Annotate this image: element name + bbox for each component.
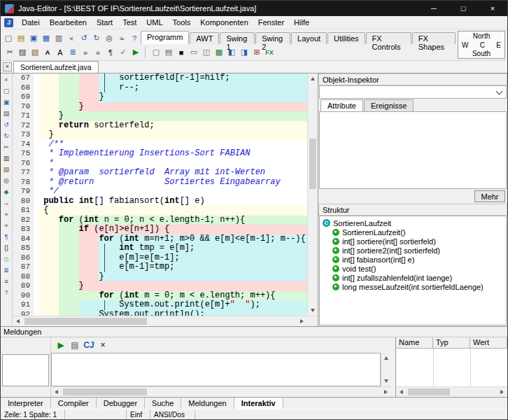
bottom-tab-meldungen[interactable]: Meldungen <box>181 398 234 409</box>
indent-icon[interactable]: » <box>79 46 92 58</box>
component-tab-utilities[interactable]: Utilities <box>327 32 365 44</box>
code-line-90[interactable]: 90 for (int m = 0; m < e.length; m++){ <box>13 291 307 301</box>
scroll-down-icon[interactable] <box>381 376 391 386</box>
close-button[interactable]: × <box>478 1 507 16</box>
menu-datei[interactable]: Datei <box>17 16 45 29</box>
code-editor[interactable]: 67 sortierfeld[r-1]=hilf;68 r--;69 }70 }… <box>13 74 318 326</box>
dock-south-button[interactable]: South <box>458 49 505 58</box>
font-decrease-icon[interactable]: A <box>41 46 54 58</box>
tree-method-node[interactable]: SortierenLaufzeit() <box>323 227 506 237</box>
palette-dialog-icon[interactable]: ◫ <box>200 46 213 58</box>
code-line-76[interactable]: 76 * <box>13 159 307 169</box>
inspector-tab-attribute[interactable]: Attribute <box>320 99 363 111</box>
brackets-icon[interactable]: {} <box>1 242 12 253</box>
editor-tab[interactable]: SortierenLaufzeit.java <box>13 61 99 73</box>
scroll-right-icon[interactable] <box>297 316 307 326</box>
menu-bearbeiten[interactable]: Bearbeiten <box>45 16 92 29</box>
component-tab-fx-controls[interactable]: FX Controls <box>366 32 411 44</box>
bookmark-icon[interactable]: ◆ <box>1 186 12 197</box>
dock-east-button[interactable]: E <box>496 41 501 49</box>
code-line-84[interactable]: 84 for (int m=n+1; m>0 && e[m]<e[m-1]; m… <box>13 234 307 244</box>
structogram-icon[interactable]: ≣ <box>1 265 12 276</box>
uml-icon[interactable]: ◇ <box>1 253 12 265</box>
indent-icon[interactable]: » <box>1 209 12 220</box>
scroll-down-icon[interactable] <box>308 305 318 316</box>
console-hscroll-track[interactable] <box>62 387 381 397</box>
meldungen-side-box[interactable] <box>2 354 49 386</box>
attribute-grid[interactable] <box>319 111 507 189</box>
console-log-icon[interactable]: ▤ <box>68 339 82 351</box>
goto-line-icon[interactable]: → <box>1 197 12 209</box>
hscroll-thumb[interactable] <box>24 318 147 325</box>
code-line-87[interactable]: 87 e[m-1]=tmp; <box>13 262 307 272</box>
palette-fx-icon[interactable]: FX <box>263 46 276 58</box>
close-file-icon[interactable]: × <box>65 32 78 44</box>
watch-column-typ[interactable]: Typ <box>433 337 470 349</box>
bottom-tab-suche[interactable]: Suche <box>145 398 181 409</box>
code-line-81[interactable]: 81 { <box>13 206 307 216</box>
watch-column-wert[interactable]: Wert <box>470 337 507 349</box>
console-clear-icon[interactable]: × <box>96 339 110 351</box>
code-line-79[interactable]: 79 */ <box>13 187 307 197</box>
component-tab-programm[interactable]: Programm <box>141 31 189 44</box>
undo-icon[interactable]: ↺ <box>1 119 12 130</box>
menu-fenster[interactable]: Fenster <box>253 16 289 29</box>
component-tab-swing-2[interactable]: Swing 2 <box>255 32 290 44</box>
code-line-75[interactable]: 75 * Implementierung Insertions-Sort FAB… <box>13 149 307 159</box>
component-tab-fx-shapes[interactable]: FX Shapes <box>412 32 456 44</box>
code-line-73[interactable]: 73 } <box>13 130 307 140</box>
scroll-left-icon[interactable] <box>13 316 23 326</box>
help-icon[interactable]: ? <box>128 32 141 44</box>
print-icon[interactable]: ▥ <box>52 32 65 44</box>
code-line-92[interactable]: 92 System.out.println(); <box>13 310 307 316</box>
tree-method-node[interactable]: int[] sortiere2(int[] sortierfeld) <box>323 246 506 255</box>
editor-vertical-scrollbar[interactable] <box>307 74 318 316</box>
check-icon[interactable]: ✓ <box>117 46 129 58</box>
hscroll-track[interactable] <box>23 316 297 326</box>
replace-icon[interactable]: ≈ <box>115 32 128 44</box>
code-line-74[interactable]: 74 /** <box>13 140 307 150</box>
palette-new-icon[interactable]: ▢ <box>150 46 162 58</box>
code-line-91[interactable]: 91 System.out.print(e[m]+" "); <box>13 300 307 310</box>
component-tab-awt[interactable]: AWT <box>190 32 219 44</box>
paste-icon[interactable]: ▧ <box>1 164 12 175</box>
new-file-icon[interactable]: ▢ <box>2 32 15 44</box>
watch-horizontal-scrollbar[interactable] <box>396 386 507 397</box>
code-line-85[interactable]: 85 int tmp = e[m]; <box>13 244 307 253</box>
console-cj-icon[interactable]: CJ <box>82 339 96 351</box>
component-tab-layout[interactable]: Layout <box>291 32 327 44</box>
cut-icon[interactable]: ✂ <box>3 46 16 58</box>
bottom-tab-interaktiv[interactable]: Interaktiv <box>234 398 283 409</box>
format-icon[interactable]: ≡ <box>1 276 12 287</box>
tree-method-node[interactable]: long messeLaufzeit(int sortierfeldLaenge… <box>323 282 506 291</box>
code-line-67[interactable]: 67 sortierfeld[r-1]=hilf; <box>13 74 307 83</box>
tree-class-node[interactable]: C SortierenLaufzeit <box>323 218 506 227</box>
dock-west-button[interactable]: W <box>462 41 468 49</box>
menu-uml[interactable]: UML <box>141 16 167 29</box>
minimize-button[interactable]: ─ <box>419 1 449 16</box>
scroll-up-icon[interactable] <box>381 353 391 363</box>
palette-jframe-icon[interactable]: ◧ <box>225 46 238 58</box>
tree-method-node[interactable]: void test() <box>323 264 506 273</box>
code-line-69[interactable]: 69 } <box>13 92 307 102</box>
cut-icon[interactable]: ✂ <box>1 141 12 153</box>
dock-center-button[interactable]: C <box>480 41 485 49</box>
code-line-68[interactable]: 68 r--; <box>13 83 307 93</box>
menu-komponenten[interactable]: Komponenten <box>195 16 253 29</box>
mehr-button[interactable]: Mehr <box>474 190 505 202</box>
scroll-left-icon[interactable] <box>396 387 407 397</box>
dock-north-button[interactable]: North <box>458 31 505 41</box>
close-tab-icon[interactable]: × <box>3 62 12 71</box>
code-line-82[interactable]: 82 for (int n = 0; n < e.length-1; n++){ <box>13 216 307 225</box>
menu-start[interactable]: Start <box>92 16 118 29</box>
tree-method-node[interactable]: int[] fabiansort(int[] e) <box>323 255 506 264</box>
code-line-70[interactable]: 70 } <box>13 102 307 112</box>
code-line-72[interactable]: 72 return sortierfeld; <box>13 121 307 131</box>
palette-console-icon[interactable]: ■ <box>175 46 188 58</box>
bottom-tab-debugger[interactable]: Debugger <box>97 398 145 409</box>
font-increase-icon[interactable]: A <box>54 46 66 58</box>
comment-icon[interactable]: ¶ <box>1 231 12 242</box>
code-line-88[interactable]: 88 } <box>13 272 307 282</box>
paste-icon[interactable]: ▧ <box>29 46 41 58</box>
code-line-78[interactable]: 78 * @return Sortiertes Eingabearray <box>13 178 307 188</box>
